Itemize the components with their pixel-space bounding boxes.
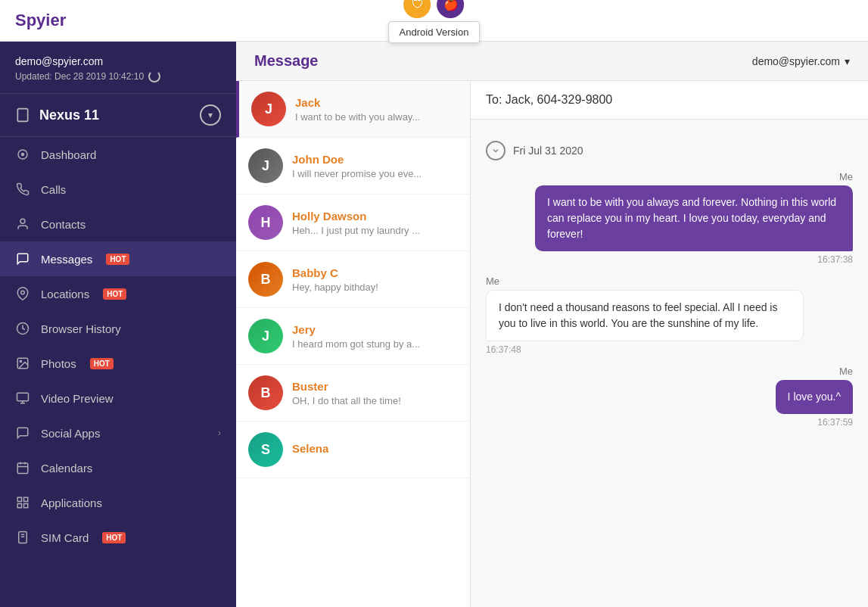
android-tooltip: Android Version [388,21,481,43]
header-user[interactable]: demo@spyier.com ▾ [752,55,850,67]
messages-container: Me I want to be with you always and fore… [486,171,853,428]
app-logo: Spyier [15,11,66,30]
conv-name-buster: Buster [292,380,458,393]
conv-item-holly-dawson[interactable]: H Holly Dawson Heh... I just put my laun… [236,195,470,251]
nav-label-browser-history: Browser History [41,322,121,335]
sidebar-updated: Updated: Dec 28 2019 10:42:10 [15,70,221,82]
conv-item-john-doe[interactable]: J John Doe I will never promise you eve.… [236,138,470,195]
conv-item-selena[interactable]: S Selena [236,422,470,478]
svg-rect-19 [24,504,28,508]
apple-icon[interactable]: 🍎 [437,0,465,18]
message-msg3: Me I love you.^ 16:37:59 [486,366,853,428]
sidebar-user: demo@spyier.com Updated: Dec 28 2019 10:… [0,42,236,94]
conv-item-jack[interactable]: J Jack I want to be with you alway... [236,81,470,138]
nav-label-video-preview: Video Preview [41,392,114,405]
refresh-icon[interactable] [148,70,160,82]
svg-rect-18 [17,504,21,508]
sidebar-email: demo@spyier.com [15,55,221,67]
conv-info-selena: Selena [292,442,458,457]
tablet-icon [15,107,30,123]
conv-name-selena: Selena [292,442,458,455]
msg-time-msg3: 16:37:59 [817,417,853,428]
conv-name-babby-c: Babby C [292,266,458,279]
msg-bubble-msg3: I love you.^ [776,380,853,414]
content-title: Message [254,52,319,70]
conversation-list: J Jack I want to be with you alway... J … [236,81,471,607]
message-msg1: Me I want to be with you always and fore… [486,171,853,265]
msg-sender-msg1: Me [839,171,853,182]
version-selector: 🛡 🍎 Android Version [388,0,481,43]
conv-preview-jery: I heard mom got stung by a... [292,338,458,350]
conv-info-buster: Buster OH, I do that all the time! [292,380,458,406]
sidebar-item-contacts[interactable]: Contacts [0,207,236,241]
conv-name-john-doe: John Doe [292,153,458,166]
sidebar-item-calls[interactable]: Calls [0,172,236,207]
svg-rect-16 [17,497,21,501]
conv-item-buster[interactable]: B Buster OH, I do that all the time! [236,365,470,422]
messages-icon [15,251,30,266]
nav-label-dashboard: Dashboard [41,148,96,161]
conv-avatar-selena: S [248,432,283,467]
message-layout: J Jack I want to be with you alway... J … [236,81,868,607]
conv-avatar-john-doe: J [248,148,283,183]
applications-icon [15,495,30,510]
nav-arrow-social-apps: › [218,428,221,438]
conv-item-babby-c[interactable]: B Babby C Hey, happy bithday! [236,251,470,308]
chat-messages: Fri Jul 31 2020 Me I want to be with you… [471,120,868,607]
svg-rect-17 [24,497,28,501]
msg-bubble-msg2: I don't need a thousand reasons to feel … [486,290,804,341]
conv-avatar-babby-c: B [248,262,283,297]
sidebar-item-messages[interactable]: Messages HOT [0,241,236,276]
sidebar-item-dashboard[interactable]: Dashboard [0,137,236,172]
sidebar-item-social-apps[interactable]: Social Apps › [0,416,236,450]
sidebar-item-photos[interactable]: Photos HOT [0,346,236,381]
svg-rect-9 [17,393,29,401]
sidebar-item-sim-card[interactable]: SIM Card HOT [0,520,236,555]
nav-label-applications: Applications [41,496,102,509]
nav-label-social-apps: Social Apps [41,427,100,440]
svg-point-8 [20,360,21,362]
svg-point-5 [21,291,25,294]
conv-name-jery: Jery [292,323,458,336]
content-header: Message demo@spyier.com ▾ [236,42,868,81]
msg-sender-msg3: Me [839,366,853,377]
conv-info-jack: Jack I want to be with you alway... [295,96,458,123]
msg-bubble-msg1: I want to be with you always and forever… [535,185,853,251]
msg-time-msg2: 16:37:48 [486,344,521,355]
dashboard-icon [15,147,30,162]
conv-preview-buster: OH, I do that all the time! [292,395,458,406]
date-circle[interactable] [486,141,506,160]
date-text: Fri Jul 31 2020 [513,145,583,157]
sidebar-item-applications[interactable]: Applications [0,485,236,520]
hot-badge-sim-card: HOT [102,532,126,543]
device-chevron[interactable]: ▾ [200,104,221,126]
browser-history-icon [15,321,30,336]
svg-rect-0 [17,109,27,122]
calls-icon [15,182,30,197]
nav-list: Dashboard Calls Contacts Messages HOT Lo… [0,137,236,555]
sidebar-item-browser-history[interactable]: Browser History [0,311,236,346]
device-row: Nexus 11 ▾ [0,94,236,137]
conv-preview-holly-dawson: Heh... I just put my laundry ... [292,225,458,236]
calendars-icon [15,460,30,475]
android-icon[interactable]: 🛡 [404,0,431,18]
conv-info-jery: Jery I heard mom got stung by a... [292,323,458,350]
conv-avatar-jery: J [248,319,283,353]
conv-avatar-holly-dawson: H [248,205,283,240]
svg-point-4 [20,219,25,223]
photos-icon [15,356,30,371]
date-divider: Fri Jul 31 2020 [486,141,853,160]
conv-info-holly-dawson: Holly Dawson Heh... I just put my laundr… [292,210,458,236]
sidebar-item-locations[interactable]: Locations HOT [0,276,236,311]
nav-label-calls: Calls [41,183,66,196]
chat-header: To: Jack, 604-329-9800 [471,81,868,120]
sidebar-item-calendars[interactable]: Calendars [0,450,236,485]
sidebar-item-video-preview[interactable]: Video Preview [0,381,236,416]
conv-item-jery[interactable]: J Jery I heard mom got stung by a... [236,308,470,365]
header-chevron: ▾ [845,55,850,67]
main-layout: demo@spyier.com Updated: Dec 28 2019 10:… [0,42,868,607]
nav-label-contacts: Contacts [41,218,86,231]
social-apps-icon [15,425,30,440]
hot-badge-photos: HOT [90,358,114,369]
conv-name-holly-dawson: Holly Dawson [292,210,458,223]
